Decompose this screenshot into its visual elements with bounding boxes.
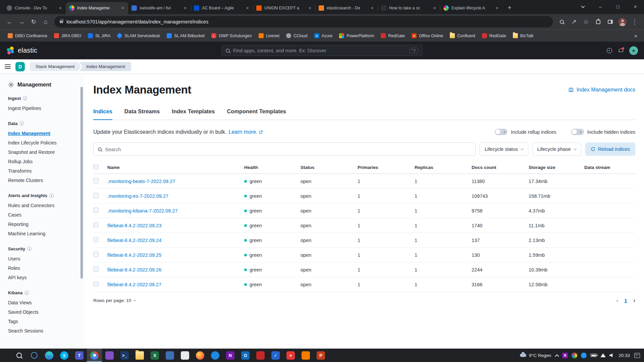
toggle-group[interactable]: × Include rollup indices <box>495 129 556 135</box>
breadcrumb-stack-management[interactable]: Stack Management <box>30 62 81 71</box>
row-checkbox[interactable] <box>93 207 99 213</box>
taskbar-red-app-icon[interactable] <box>253 349 268 362</box>
taskbar-excel-icon[interactable]: X <box>147 349 162 362</box>
column-header-name[interactable]: Name <box>107 161 244 174</box>
elastic-logo[interactable]: elastic <box>6 46 37 55</box>
content-tab[interactable]: Index Templates <box>172 108 215 120</box>
bookmark-item[interactable]: BizTalk <box>510 32 537 40</box>
help-icon[interactable] <box>607 48 612 53</box>
share-icon[interactable]: ↗ <box>569 16 579 27</box>
content-tab[interactable]: Indices <box>93 108 112 120</box>
column-header-health[interactable]: Health <box>244 161 301 174</box>
clock[interactable]: 20:33 <box>619 353 630 358</box>
content-tab[interactable]: Component Templates <box>227 108 286 120</box>
index-name-link[interactable]: filebeat-8.4.2-2022.09.25 <box>107 252 161 258</box>
rows-per-page-select[interactable]: Rows per page: 10 <box>93 298 136 303</box>
browser-tab[interactable]: AC Board – Agile × <box>191 2 253 14</box>
bookmark-item[interactable]: SLAM Servicedesk <box>114 32 163 40</box>
bookmark-item[interactable]: Confluent <box>447 32 478 40</box>
browser-tab[interactable]: Console - Dev To × <box>3 2 66 14</box>
tab-search-chevron-icon[interactable] <box>574 0 592 13</box>
column-header-docs-count[interactable]: Docs count <box>472 161 529 174</box>
lifecycle-status-filter[interactable]: Lifecycle status <box>480 142 528 156</box>
bookmark-star-icon[interactable]: ☆ <box>581 16 591 27</box>
bookmark-item[interactable]: JIRA DBEI <box>51 32 84 40</box>
taskbar-file-explorer-icon[interactable] <box>132 349 147 362</box>
new-tab-button[interactable]: + <box>504 3 515 13</box>
taskbar-outlook-icon[interactable]: O <box>238 349 253 362</box>
tab-close-icon[interactable]: × <box>495 5 499 11</box>
taskbar-search-icon[interactable] <box>11 349 26 362</box>
column-header-status[interactable]: Status <box>301 161 358 174</box>
browser-tab[interactable]: Explain lifecycle A × <box>440 2 502 14</box>
browser-tab[interactable]: swisslife-am / livi × <box>128 2 191 14</box>
index-name-link[interactable]: .monitoring-es-7-2022.09.27 <box>107 193 168 199</box>
sidebar-item[interactable]: Users <box>8 254 79 263</box>
taskbar-photos-icon[interactable] <box>162 349 177 362</box>
taskbar-firefox-icon[interactable] <box>193 349 208 362</box>
extensions-icon[interactable] <box>593 16 603 27</box>
zoom-icon[interactable] <box>556 16 567 27</box>
address-bar[interactable]: localhost:5701/app/management/data/index… <box>54 16 553 27</box>
taskbar-chrome-icon[interactable] <box>87 349 102 362</box>
tab-close-icon[interactable]: × <box>121 5 125 11</box>
sidebar-scrollbar[interactable] <box>80 87 83 279</box>
taskbar-app-blue-ring[interactable] <box>26 349 42 362</box>
content-tab[interactable]: Data Streams <box>124 108 160 120</box>
sidebar-item[interactable]: Reporting <box>8 220 79 229</box>
column-header-replicas[interactable]: Replicas <box>415 161 472 174</box>
sidebar-item[interactable]: Remote Clusters <box>8 176 79 185</box>
sidebar-item[interactable]: Saved Objects <box>8 307 79 317</box>
tab-close-icon[interactable]: × <box>433 5 437 11</box>
sidebar-item[interactable]: Snapshot and Restore <box>8 147 79 157</box>
sidebar-item[interactable]: API keys <box>8 273 79 282</box>
bookmark-item[interactable]: RedGate <box>378 32 408 40</box>
column-header-data-stream[interactable]: Data stream <box>584 161 635 174</box>
tab-close-icon[interactable]: × <box>183 5 187 11</box>
notifications-bell-icon[interactable] <box>618 48 623 53</box>
sidebar-item[interactable]: Data Views <box>8 298 79 307</box>
sidebar-item[interactable]: Machine Learning <box>8 229 79 238</box>
tab-close-icon[interactable]: × <box>308 5 312 11</box>
row-checkbox[interactable] <box>93 281 99 287</box>
learn-more-link[interactable]: Learn more. <box>229 129 263 135</box>
row-checkbox[interactable] <box>93 237 99 242</box>
window-close-button[interactable]: × <box>627 0 644 13</box>
column-header-storage-size[interactable]: Storage size <box>529 161 584 174</box>
home-icon[interactable]: ⌂ <box>40 16 51 27</box>
taskbar-skype-icon[interactable]: S <box>57 349 72 362</box>
bookmark-item[interactable]: A Azure <box>311 32 336 40</box>
notification-center-icon[interactable] <box>634 353 640 358</box>
sidebar-item[interactable]: Ingest Pipelines <box>8 104 79 113</box>
row-checkbox[interactable] <box>93 252 99 257</box>
browser-tab[interactable]: elasticsearch - De × <box>315 2 378 14</box>
taskbar-red-x-app-icon[interactable]: × <box>283 349 298 362</box>
tab-close-icon[interactable]: × <box>58 5 62 11</box>
menu-icon[interactable] <box>5 64 11 69</box>
page-number[interactable]: 1 <box>624 298 627 303</box>
next-page-icon[interactable]: › <box>633 297 635 304</box>
row-checkbox[interactable] <box>93 266 99 272</box>
toggle-group[interactable]: × Include hidden indices <box>571 129 636 135</box>
prev-page-icon[interactable]: ‹ <box>616 297 618 304</box>
index-name-link[interactable]: .monitoring-beats-7-2022.09.27 <box>107 179 175 184</box>
browser-menu-icon[interactable]: ⋮ <box>629 16 640 27</box>
taskbar-orange-app-icon[interactable] <box>298 349 313 362</box>
row-checkbox[interactable] <box>93 193 99 198</box>
reload-indices-button[interactable]: Reload indices <box>585 142 635 156</box>
sidebar-item[interactable]: Index Lifecycle Policies <box>8 138 79 147</box>
row-checkbox[interactable] <box>93 222 99 228</box>
taskbar-teams-icon[interactable]: T <box>72 349 87 362</box>
taskbar-blue-app-icon[interactable] <box>208 349 223 362</box>
forward-icon[interactable]: → <box>16 16 27 27</box>
sidebar-item[interactable]: Roles <box>8 263 79 273</box>
tray-color-app-icon[interactable] <box>572 353 577 358</box>
column-header-primaries[interactable]: Primaries <box>358 161 415 174</box>
sidebar-item[interactable]: Rules and Connectors <box>8 201 79 210</box>
row-checkbox[interactable] <box>93 178 99 183</box>
tab-close-icon[interactable]: × <box>246 5 250 11</box>
user-avatar[interactable]: e <box>629 46 638 55</box>
bookmark-item[interactable]: CCloud <box>283 32 311 40</box>
back-icon[interactable]: ← <box>4 16 15 27</box>
index-name-link[interactable]: filebeat-8.4.2-2022.09.26 <box>107 267 161 273</box>
